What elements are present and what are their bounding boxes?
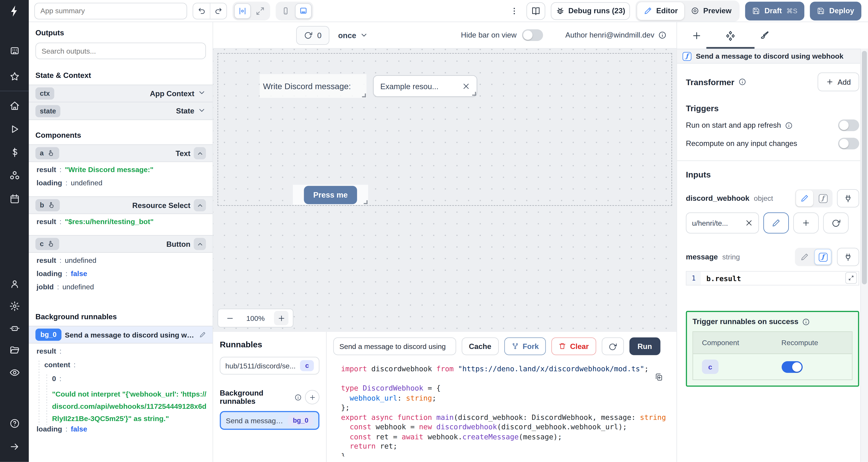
message-expression-editor[interactable]: 1 b.result [686, 271, 859, 286]
rail-item-calendar-icon[interactable] [4, 189, 24, 208]
scrollbar-thumb[interactable] [862, 51, 867, 284]
expand-diagonal-icon[interactable] [845, 272, 857, 284]
tab-preview[interactable]: Preview [684, 2, 738, 20]
collapse-button[interactable] [194, 199, 206, 211]
info-icon[interactable] [785, 122, 793, 129]
connect-input-button[interactable] [837, 189, 859, 207]
scrollbar[interactable] [860, 48, 868, 462]
cache-button[interactable]: Cache [462, 337, 498, 355]
windmill-logo-icon[interactable] [0, 0, 29, 22]
rail-item-robot-icon[interactable] [4, 318, 24, 338]
rail-item-gear-icon[interactable] [4, 296, 24, 316]
info-icon[interactable] [802, 318, 810, 326]
zoom-in-button[interactable] [274, 311, 288, 325]
rail-item-home-icon[interactable] [4, 96, 24, 116]
add-background-runnable-button[interactable] [305, 390, 319, 404]
fork-button[interactable]: Fork [504, 337, 546, 355]
refresh-resource-button[interactable] [823, 212, 849, 233]
rail-item-workspace-icon[interactable] [4, 41, 24, 61]
tab-insert-component[interactable] [691, 22, 702, 48]
refresh-count-button[interactable]: 0 [296, 26, 329, 44]
pencil-icon[interactable] [199, 331, 206, 338]
undo-button[interactable] [193, 3, 210, 19]
context-badge: ctx [35, 87, 54, 100]
context-row-ctx[interactable]: ctxApp Context [29, 85, 213, 102]
run-on-start-toggle[interactable] [838, 120, 859, 131]
redo-button[interactable] [210, 3, 226, 19]
context-row-state[interactable]: stateState [29, 102, 213, 120]
chevron-down-icon [198, 106, 206, 114]
search-outputs-input[interactable] [35, 42, 206, 59]
static-mode-button[interactable] [796, 190, 813, 206]
recompute-toggle[interactable] [781, 361, 803, 373]
resource-select-component[interactable]: Example resou... [373, 75, 477, 97]
rail-item-folder-icon[interactable] [4, 340, 24, 360]
component-row-c[interactable]: c Button [29, 235, 213, 253]
rail-item-user-icon[interactable] [4, 274, 24, 294]
rail-item-cubes-icon[interactable] [4, 165, 24, 185]
output-value: "Could not interpret "{'webhook_url': 'h… [52, 388, 213, 425]
draft-button[interactable]: Draft ⌘S [745, 1, 805, 20]
code-editor[interactable]: import discordwebhook from "https://deno… [333, 361, 670, 456]
eval-mode-button[interactable]: ƒ [814, 249, 831, 265]
component-row-a[interactable]: a Text [29, 144, 213, 162]
collapse-button[interactable] [194, 238, 206, 250]
rail-item-play-icon[interactable] [4, 119, 24, 139]
static-mode-button[interactable] [796, 249, 813, 265]
button-component-cell[interactable]: Press me [293, 185, 368, 205]
rail-item-dollar-icon[interactable] [4, 142, 24, 162]
add-transformer-button[interactable]: Add [817, 72, 859, 91]
docs-button[interactable] [526, 2, 545, 20]
mobile-view-button[interactable] [277, 3, 294, 19]
schedule-dropdown[interactable]: once [338, 31, 369, 39]
connect-input-button[interactable] [837, 248, 859, 266]
more-menu-button[interactable] [509, 6, 521, 15]
preview-label: Preview [703, 7, 732, 15]
component-row-b[interactable]: b Resource Select [29, 196, 213, 214]
tab-styling[interactable] [759, 22, 769, 48]
fullscreen-button[interactable] [252, 3, 269, 19]
zoom-out-button[interactable] [223, 311, 237, 325]
refresh-icon [304, 31, 312, 39]
rail-item-star-icon[interactable] [4, 66, 24, 86]
app-summary-input[interactable] [34, 2, 187, 19]
debug-runs-button[interactable]: Debug runs (23) [551, 2, 630, 20]
tab-editor[interactable]: Editor [637, 2, 684, 20]
rail-item-arrow-right-icon[interactable] [4, 436, 24, 456]
output-value: undefined [71, 179, 102, 187]
desktop-view-button[interactable] [295, 3, 312, 19]
runnable-item[interactable]: hub/1511/discord/se... c [220, 357, 319, 374]
redo-icon [214, 7, 222, 15]
reload-button[interactable] [601, 337, 624, 355]
text-component[interactable]: Write Discord message: [259, 74, 367, 98]
edit-resource-button[interactable] [763, 212, 789, 233]
clear-button[interactable]: Clear [552, 337, 596, 355]
close-icon[interactable] [745, 219, 753, 227]
collapse-button[interactable] [194, 147, 206, 159]
run-button[interactable]: Run [629, 337, 660, 355]
rail-item-help-icon[interactable] [4, 413, 24, 433]
resource-select[interactable]: u/henri/te... [686, 212, 759, 233]
resize-handle[interactable] [362, 94, 366, 97]
eval-mode-button[interactable]: ƒ [814, 190, 831, 206]
hide-bar-toggle[interactable] [522, 29, 543, 41]
background-runnable-row[interactable]: bg_0 Send a message to discord using web… [29, 326, 213, 343]
info-icon[interactable] [738, 78, 746, 86]
runnable-item-selected[interactable]: Send a message... bg_0 [220, 411, 319, 430]
add-resource-button[interactable] [793, 212, 819, 233]
tab-component-settings[interactable] [725, 22, 736, 48]
app-canvas[interactable]: Write Discord message: Example resou... … [213, 48, 677, 332]
close-icon[interactable] [462, 82, 470, 90]
center-area: 0 once Hide bar on view Author henri@win… [213, 22, 677, 462]
align-center-button[interactable] [234, 3, 251, 19]
copy-icon[interactable] [654, 373, 663, 382]
info-icon[interactable] [658, 31, 666, 39]
deploy-button[interactable]: Deploy [810, 1, 861, 20]
runnable-name-input[interactable] [333, 337, 456, 355]
resize-handle[interactable] [364, 200, 368, 204]
rail-item-eye-icon[interactable] [4, 362, 24, 382]
recompute-toggle[interactable] [838, 138, 859, 150]
press-me-button[interactable]: Press me [304, 186, 357, 204]
resize-handle[interactable] [472, 92, 476, 96]
hand-pointer-icon [47, 150, 55, 157]
